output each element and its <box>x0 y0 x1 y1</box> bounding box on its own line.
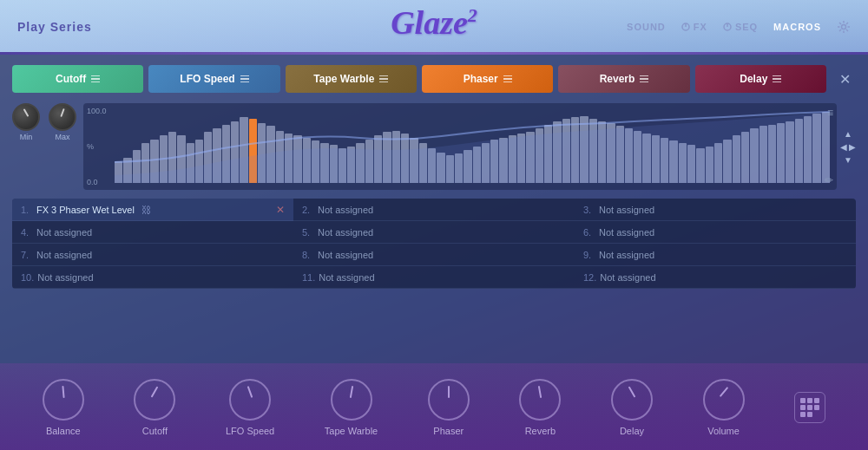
bottom-knob-dial-tape[interactable] <box>331 379 372 421</box>
bottom-knob-dial-volume[interactable] <box>703 379 745 421</box>
chart-nav-up[interactable]: ▲ <box>844 129 852 139</box>
tab-phaser[interactable]: Phaser <box>422 65 553 93</box>
chart-bar-6 <box>168 132 176 183</box>
close-button[interactable]: ✕ <box>835 68 856 89</box>
chart-bar-51 <box>571 117 579 183</box>
chart-area[interactable]: 100.0 % 0.0 ≡ ✏ <box>83 103 837 190</box>
assignment-item-3[interactable]: 3.Not assigned <box>575 199 856 221</box>
grid-dot-4 <box>807 405 812 410</box>
assignment-label-3: Not assigned <box>599 205 654 215</box>
chart-bar-61 <box>661 138 668 183</box>
chart-nav-down[interactable]: ▼ <box>844 155 852 165</box>
chart-bar-29 <box>374 135 382 183</box>
chart-bar-75 <box>786 121 793 183</box>
bottom-knob-dial-balance[interactable] <box>43 379 84 421</box>
tab-lfo[interactable]: LFO Speed <box>148 65 279 93</box>
knobs-row: Min Max <box>12 103 76 141</box>
power-icon-seq <box>723 23 732 31</box>
assignment-item-6[interactable]: 6.Not assigned <box>575 221 856 244</box>
bottom-knob-dial-delay[interactable] <box>611 379 653 421</box>
svg-line-10 <box>846 29 848 31</box>
chart-bar-72 <box>760 126 767 183</box>
tab-delay-lines <box>773 75 781 83</box>
chart-bar-8 <box>187 143 194 183</box>
nav-fx[interactable]: FX <box>694 22 707 32</box>
bottom-knob-dial-lfo[interactable] <box>229 379 271 421</box>
chart-bar-9 <box>195 140 203 183</box>
assignments-grid: 1.FX 3 Phaser Wet Level⛓✕2.Not assigned3… <box>12 199 856 289</box>
bottom-knob-phaser[interactable]: Phaser <box>428 379 470 436</box>
max-knob-container: Max <box>49 103 76 141</box>
chart-bar-17 <box>266 126 274 183</box>
assignment-number-1: 1. <box>21 205 33 215</box>
max-knob[interactable] <box>49 103 76 131</box>
bottom-knob-dial-reverb[interactable] <box>519 379 561 421</box>
bottom-knob-volume[interactable]: Volume <box>703 379 745 436</box>
tab-cutoff[interactable]: Cutoff <box>12 65 143 93</box>
chart-bar-38 <box>455 153 463 183</box>
macro-tabs: Cutoff LFO Speed Tape Warble Phaser <box>12 65 856 93</box>
chart-bar-3 <box>141 143 149 183</box>
assignment-item-5[interactable]: 5.Not assigned <box>293 221 575 244</box>
nav-fx-group: FX <box>681 22 707 32</box>
chart-y-top: 100.0 <box>87 107 111 115</box>
chart-bar-69 <box>733 135 740 183</box>
bottom-knob-delay[interactable]: Delay <box>611 379 653 436</box>
chart-bar-37 <box>446 155 454 183</box>
bottom-knob-balance[interactable]: Balance <box>43 379 84 436</box>
bottom-knob-lfo[interactable]: LFO Speed <box>226 379 274 436</box>
assignment-number-4: 4. <box>21 227 33 238</box>
tab-cutoff-lines <box>91 75 100 83</box>
chart-bar-65 <box>696 148 704 183</box>
bottom-grid-button[interactable] <box>794 392 825 423</box>
assignment-item-12[interactable]: 12.Not assigned <box>575 266 856 289</box>
tab-phaser-lines <box>503 75 512 83</box>
chart-bar-67 <box>714 143 722 183</box>
chart-bar-70 <box>741 132 749 183</box>
assignment-item-8[interactable]: 8.Not assigned <box>293 244 575 266</box>
chart-menu-icon[interactable]: ≡ <box>827 107 833 119</box>
min-knob-container: Min <box>12 103 40 141</box>
chart-bar-11 <box>213 128 220 183</box>
min-knob[interactable] <box>12 103 40 131</box>
assignment-link-1[interactable]: ⛓ <box>141 205 151 215</box>
assignment-item-2[interactable]: 2.Not assigned <box>293 199 575 221</box>
bottom-knob-cutoff[interactable]: Cutoff <box>134 379 175 436</box>
assignment-item-9[interactable]: 9.Not assigned <box>575 244 856 266</box>
chart-nav-right[interactable]: ▶ <box>849 142 856 152</box>
grid-dot-1 <box>807 398 812 403</box>
chart-bars <box>115 110 830 183</box>
settings-icon[interactable] <box>837 20 851 34</box>
chart-y-bottom: 0.0 <box>87 178 111 186</box>
chart-bar-41 <box>482 143 490 183</box>
chart-bar-2 <box>133 150 141 183</box>
tab-delay[interactable]: Delay <box>695 65 826 93</box>
chart-bar-10 <box>204 132 212 183</box>
chart-nav-left[interactable]: ◀ <box>840 142 847 152</box>
assignment-item-1[interactable]: 1.FX 3 Phaser Wet Level⛓✕ <box>12 199 293 221</box>
assignment-item-10[interactable]: 10.Not assigned <box>12 266 293 289</box>
assignment-item-11[interactable]: 11.Not assigned <box>293 266 575 289</box>
nav-sound[interactable]: SOUND <box>627 22 666 32</box>
assignment-label-2: Not assigned <box>318 205 373 215</box>
chart-bar-26 <box>347 147 355 183</box>
bottom-knob-dial-cutoff[interactable] <box>134 379 175 421</box>
chart-bar-42 <box>490 140 498 183</box>
assignment-delete-1[interactable]: ✕ <box>276 204 285 216</box>
nav-seq[interactable]: SEQ <box>735 22 758 32</box>
assignment-number-7: 7. <box>21 250 33 260</box>
tab-tape[interactable]: Tape Warble <box>286 65 417 93</box>
min-knob-label: Min <box>20 133 33 141</box>
knobs-area: Min Max <box>12 103 76 190</box>
bottom-knob-dial-phaser[interactable] <box>428 379 470 421</box>
bottom-knob-tape[interactable]: Tape Warble <box>325 379 378 436</box>
assignment-item-4[interactable]: 4.Not assigned <box>12 221 293 244</box>
tab-lfo-lines <box>240 75 249 83</box>
tab-reverb[interactable]: Reverb <box>558 65 689 93</box>
bottom-knob-label-phaser: Phaser <box>433 426 464 436</box>
chart-edit-icon[interactable]: ✏ <box>825 174 833 186</box>
chart-bar-28 <box>365 140 373 183</box>
assignment-item-7[interactable]: 7.Not assigned <box>12 244 293 266</box>
bottom-knob-reverb[interactable]: Reverb <box>519 379 561 436</box>
nav-macros[interactable]: MACROS <box>773 22 821 32</box>
